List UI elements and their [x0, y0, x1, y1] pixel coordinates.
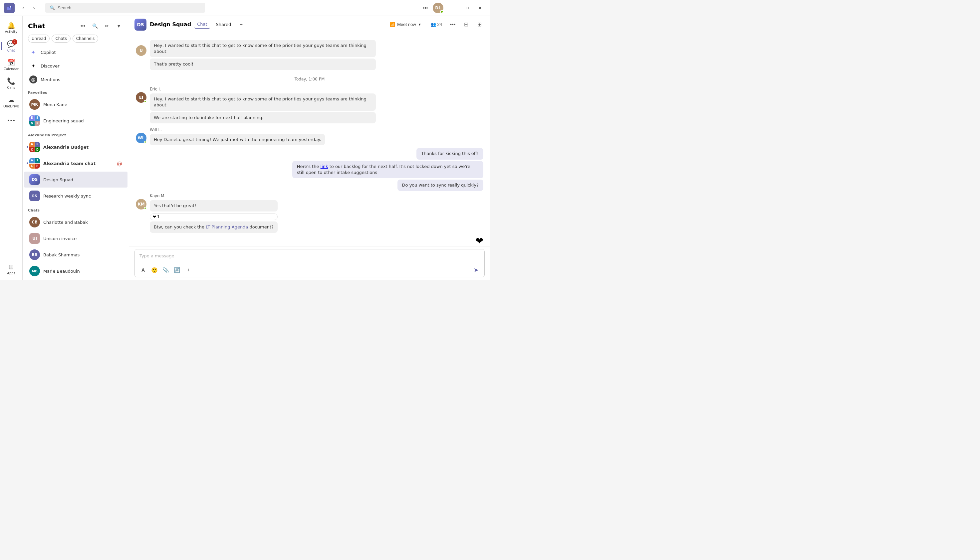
chat-header-avatar-initials: DS — [137, 22, 144, 27]
chat-item-alex-budget[interactable]: A B C D Alexandria Budget — [24, 139, 127, 155]
rail-label-onedrive: OneDrive — [3, 104, 19, 108]
calendar-icon: 📅 — [7, 58, 15, 67]
message-group-will: WL Will L. Hey Daniela, great timing! We… — [136, 126, 483, 147]
svg-text:T: T — [10, 6, 11, 8]
compose-toolbar: A 🙂 📎 🔄 + ➤ — [135, 263, 484, 277]
search-bar[interactable]: 🔍 — [45, 3, 205, 13]
compose-area: A 🙂 📎 🔄 + ➤ — [129, 246, 490, 280]
alex-budget-name: Alexandria Budget — [43, 145, 122, 150]
nav-item-copilot[interactable]: ✦ Copilot — [24, 45, 127, 59]
compose-format-button[interactable]: A — [138, 265, 148, 275]
more-icon: ••• — [7, 118, 15, 123]
chat-tab-shared[interactable]: Shared — [213, 21, 234, 28]
restore-button[interactable]: □ — [462, 3, 473, 13]
charlotte-name: Charlotte and Babak — [43, 220, 122, 225]
msg-content-prev: Hey, I wanted to start this chat to get … — [150, 40, 376, 70]
rail-item-more[interactable]: ••• — [3, 112, 20, 129]
participants-button[interactable]: 👥 24 — [428, 21, 445, 28]
rail-item-calendar[interactable]: 📅 Calendar — [3, 56, 20, 73]
compose-emoji-button[interactable]: 🙂 — [149, 265, 159, 275]
marie-name: Marie Beaudouin — [43, 269, 122, 274]
msg-content-will: Will L. Hey Daniela, great timing! We ju… — [150, 127, 325, 145]
chat-item-amanda[interactable]: AB Amanda Brady — [24, 279, 127, 280]
chat-more-button[interactable]: ••• — [447, 19, 458, 30]
fullscreen-icon: ⊞ — [477, 21, 482, 28]
mona-name: Mona Kane — [43, 102, 122, 107]
chat-item-alex-team[interactable]: A T C H Alexandria team chat @ — [24, 155, 127, 171]
babak-name: Babak Shammas — [43, 252, 122, 257]
view-icon: ⊟ — [464, 21, 468, 28]
onedrive-icon: ☁ — [8, 96, 15, 104]
meet-now-button[interactable]: 📶 Meet now ▼ — [386, 20, 425, 29]
rail-item-onedrive[interactable]: ☁ OneDrive — [3, 93, 20, 110]
add-tab-button[interactable]: + — [237, 21, 245, 28]
format-icon: A — [142, 267, 145, 273]
chat-item-charlotte[interactable]: CB Charlotte and Babak — [24, 214, 127, 230]
rail-item-calls[interactable]: 📞 Calls — [3, 75, 20, 92]
titlebar-nav: ‹ › — [18, 3, 38, 13]
search-input[interactable] — [58, 5, 201, 10]
chat-item-mona[interactable]: MK Mona Kane — [24, 97, 127, 112]
rail-label-apps: Apps — [7, 272, 15, 275]
marie-avatar: MB — [29, 266, 40, 276]
kayo-presence — [144, 207, 147, 210]
filter-chip-channels[interactable]: Channels — [73, 35, 99, 43]
reaction-count: 1 — [157, 215, 160, 219]
alex-team-avatar: A T C H — [29, 158, 40, 168]
compose-attach-button[interactable]: 📎 — [161, 265, 171, 275]
chat-item-design-squad[interactable]: DS Design Squad — [24, 172, 127, 188]
chat-item-babak[interactable]: BS Babak Shammas — [24, 247, 127, 263]
messages-container: U Hey, I wanted to start this chat to ge… — [129, 33, 490, 246]
mentions-icon: @ — [29, 75, 37, 83]
compose-send-button[interactable]: ➤ — [471, 265, 481, 275]
filter-chip-chats[interactable]: Chats — [52, 35, 70, 43]
chat-item-marie[interactable]: MB Marie Beaudouin — [24, 263, 127, 279]
babak-avatar: BS — [29, 249, 40, 260]
presence-indicator — [440, 10, 443, 13]
planning-agenda-link[interactable]: LT Planning Agenda — [206, 225, 248, 230]
compose-more-button[interactable]: + — [184, 265, 193, 275]
outgoing-block-2: ❤️ Will do! — [136, 235, 483, 246]
design-squad-name: Design Squad — [43, 177, 122, 182]
nav-item-mentions[interactable]: @ Mentions — [24, 73, 127, 86]
meet-now-label: Meet now — [397, 22, 416, 27]
compose-input[interactable] — [135, 249, 484, 263]
sidebar-title: Chat — [28, 22, 75, 30]
reaction-heart[interactable]: ❤️1 — [150, 213, 278, 220]
minimize-button[interactable]: ─ — [449, 3, 461, 13]
back-button[interactable]: ‹ — [18, 3, 28, 13]
chat-view-button[interactable]: ⊟ — [461, 19, 472, 30]
backlog-link[interactable]: link — [321, 164, 328, 169]
chat-item-unicorn[interactable]: UI Unicorn invoice — [24, 230, 127, 247]
chat-fullscreen-button[interactable]: ⊞ — [474, 19, 485, 30]
message-group-kayo: KM Kayo M. Yes that'd be great! ❤️1 Btw,… — [136, 192, 483, 234]
compose-loop-button[interactable]: 🔄 — [172, 265, 182, 275]
msg-avatar-kayo: KM — [136, 199, 147, 210]
more-options-button[interactable]: ••• — [421, 3, 430, 13]
msg-bubble-prev2: That's pretty cool! — [150, 58, 376, 70]
filter-chip-unread[interactable]: Unread — [28, 35, 50, 43]
close-button[interactable]: ✕ — [474, 3, 486, 13]
chat-header-avatar: DS — [134, 18, 147, 31]
main-layout: 🔔 Activity 2 💬 Chat 📅 Calendar 📞 Calls ☁… — [0, 16, 490, 280]
msg-avatar-eric: EI — [136, 92, 147, 103]
sidebar-search-button[interactable]: 🔍 — [90, 21, 100, 31]
forward-button[interactable]: › — [29, 3, 38, 13]
chat-badge: 2 — [12, 39, 17, 45]
rail-label-chat: Chat — [7, 48, 15, 52]
outgoing-emoji: ❤️ — [476, 235, 483, 246]
user-avatar[interactable]: DL — [433, 3, 443, 13]
message-group-eric: EI Eric I. Hey, I wanted to start this c… — [136, 85, 483, 125]
chat-item-engineering[interactable]: E S G R Engineering squad — [24, 113, 127, 129]
msg-sender-kayo: Kayo M. — [150, 193, 278, 198]
sidebar-filter-expand-button[interactable]: ▼ — [114, 21, 124, 31]
rail-item-activity[interactable]: 🔔 Activity — [3, 18, 20, 36]
nav-item-discover[interactable]: ✦ Discover — [24, 59, 127, 72]
chat-tab-chat[interactable]: Chat — [194, 20, 210, 28]
sidebar-more-button[interactable]: ••• — [78, 21, 87, 31]
rail-item-chat[interactable]: 2 💬 Chat — [3, 37, 20, 55]
chat-item-research[interactable]: RS Research weekly sync — [24, 188, 127, 204]
sidebar-compose-button[interactable]: ✏ — [102, 21, 112, 31]
rail-item-apps[interactable]: ⊞ Apps — [3, 260, 20, 277]
msg-bubble-will1: Hey Daniela, great timing! We just met w… — [150, 134, 325, 145]
